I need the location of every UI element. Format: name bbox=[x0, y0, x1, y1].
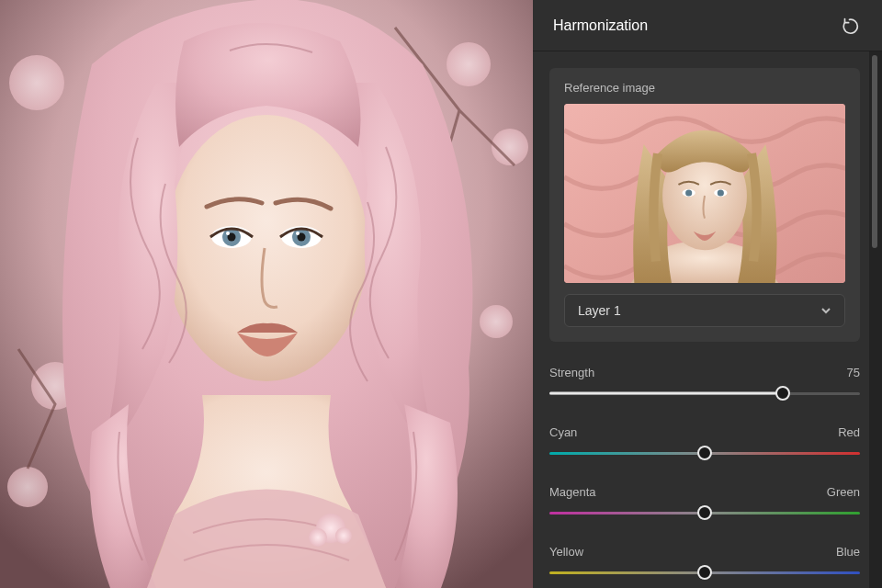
svg-point-18 bbox=[335, 527, 352, 544]
svg-point-24 bbox=[718, 189, 724, 196]
green-label: Green bbox=[827, 485, 860, 499]
svg-point-1 bbox=[9, 55, 64, 110]
reference-thumbnail[interactable] bbox=[564, 104, 845, 283]
chevron-down-icon bbox=[820, 305, 831, 316]
yellow-blue-slider: Yellow Blue bbox=[549, 545, 860, 581]
reference-image-box: Reference image bbox=[549, 68, 860, 342]
reference-label: Reference image bbox=[564, 81, 845, 95]
strength-thumb[interactable] bbox=[775, 386, 790, 401]
cyan-red-slider: Cyan Red bbox=[549, 425, 860, 461]
yellow-label: Yellow bbox=[549, 545, 583, 559]
strength-value: 75 bbox=[847, 366, 860, 379]
layer-select[interactable]: Layer 1 bbox=[564, 294, 845, 327]
svg-point-2 bbox=[447, 42, 491, 86]
magenta-green-thumb[interactable] bbox=[697, 505, 712, 520]
yellow-blue-thumb[interactable] bbox=[697, 565, 712, 580]
reset-icon[interactable] bbox=[842, 16, 862, 36]
magenta-green-track[interactable] bbox=[549, 504, 860, 521]
panel-body: Reference image bbox=[533, 51, 882, 588]
svg-point-22 bbox=[685, 189, 692, 196]
panel-title: Harmonization bbox=[553, 17, 648, 34]
panel-scrollbar[interactable] bbox=[872, 55, 877, 248]
cyan-red-thumb[interactable] bbox=[697, 446, 712, 460]
canvas-preview[interactable] bbox=[0, 0, 533, 588]
svg-point-17 bbox=[309, 528, 327, 547]
magenta-label: Magenta bbox=[549, 485, 596, 499]
blue-label: Blue bbox=[836, 545, 860, 559]
cyan-red-track[interactable] bbox=[549, 445, 860, 461]
svg-point-5 bbox=[7, 467, 48, 507]
red-label: Red bbox=[838, 425, 860, 439]
cyan-label: Cyan bbox=[549, 425, 577, 439]
strength-slider: Strength 75 bbox=[549, 366, 860, 401]
svg-point-15 bbox=[296, 232, 300, 235]
strength-label: Strength bbox=[549, 366, 594, 379]
strength-track[interactable] bbox=[549, 385, 860, 401]
layer-select-value: Layer 1 bbox=[578, 303, 621, 318]
yellow-blue-track[interactable] bbox=[549, 564, 860, 581]
magenta-green-slider: Magenta Green bbox=[549, 485, 860, 521]
svg-point-11 bbox=[226, 232, 230, 235]
panel-header: Harmonization bbox=[533, 0, 882, 51]
harmonization-panel: Harmonization Reference image bbox=[533, 0, 882, 588]
svg-point-6 bbox=[480, 305, 513, 338]
